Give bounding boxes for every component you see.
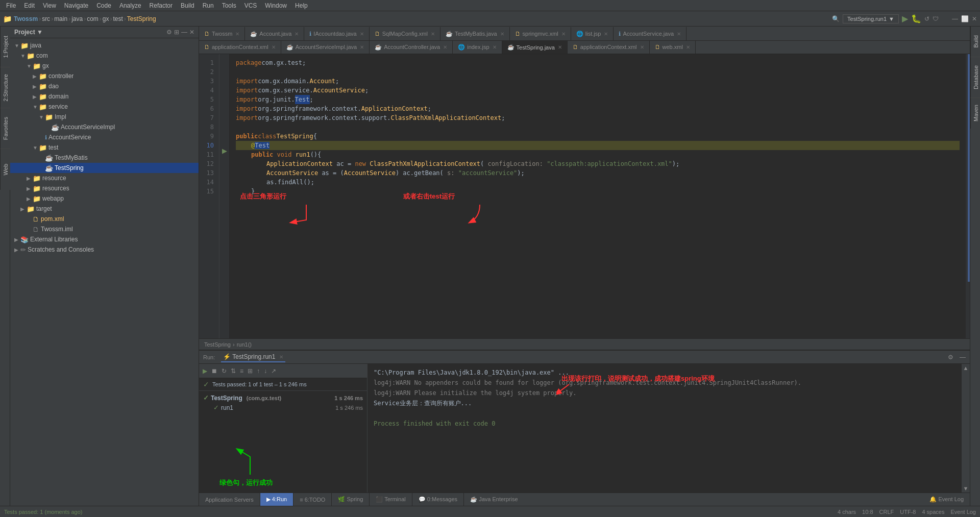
tab-close-icon[interactable]: ✕ xyxy=(686,44,690,50)
breadcrumb-src[interactable]: src xyxy=(42,15,50,22)
tab-sqlmapconfig[interactable]: 🗋 SqlMapConfig.xml ✕ xyxy=(370,27,440,40)
scroll-down-icon[interactable]: ▼ xyxy=(962,484,970,493)
tab-close-icon[interactable]: ✕ xyxy=(677,31,681,37)
tab-close-icon[interactable]: ✕ xyxy=(235,31,239,37)
panel-maven[interactable]: Maven xyxy=(970,98,980,129)
run-stop-btn[interactable]: ⏹ xyxy=(210,366,219,376)
run-down-btn[interactable]: ↓ xyxy=(262,366,268,376)
breadcrumb-twossm[interactable]: Twossm xyxy=(14,15,38,22)
panel-favorites[interactable]: Favorites xyxy=(0,108,10,149)
breadcrumb-gx[interactable]: gx xyxy=(103,15,109,22)
tab-close-icon[interactable]: ✕ xyxy=(295,31,299,37)
tab-close-icon[interactable]: ✕ xyxy=(279,354,283,360)
run-filter-btn[interactable]: ≡ xyxy=(238,366,245,376)
tab-app-servers[interactable]: Application Servers xyxy=(199,493,260,506)
tab-close-icon[interactable]: ✕ xyxy=(561,31,566,37)
run-sort-btn[interactable]: ⇅ xyxy=(229,366,237,376)
status-event-log[interactable]: Event Log xyxy=(950,509,976,515)
status-encoding[interactable]: UTF-8 xyxy=(900,509,916,515)
menu-file[interactable]: File xyxy=(2,2,20,9)
tree-item-dao[interactable]: ▶ 📁 dao xyxy=(10,81,199,91)
status-crlf[interactable]: CRLF xyxy=(879,509,894,515)
menu-run[interactable]: Run xyxy=(199,2,218,9)
window-close[interactable]: ✕ xyxy=(972,15,977,22)
menu-tools[interactable]: Tools xyxy=(218,2,240,9)
panel-2-structure[interactable]: 2:Structure xyxy=(0,67,10,108)
run-up-btn[interactable]: ↑ xyxy=(255,366,261,376)
tab-testmybatis[interactable]: ☕ TestMyBatis.java ✕ xyxy=(440,27,510,40)
tree-item-controller[interactable]: ▶ 📁 controller xyxy=(10,71,199,81)
search-everywhere-icon[interactable]: 🔍 xyxy=(832,15,840,22)
tab-iaccountdao[interactable]: ℹ IAccountdao.java ✕ xyxy=(304,27,369,40)
tab-webxml[interactable]: 🗋 web.xml ✕ xyxy=(650,41,696,54)
tree-item-resource[interactable]: ▶ 📁 resource xyxy=(10,173,199,183)
test-suite-item[interactable]: ✓ TestSpring (com.gx.test) 1 s 246 ms xyxy=(201,393,365,403)
tab-todo[interactable]: ≡ 6:TODO xyxy=(293,493,332,506)
code-area[interactable]: package com.gx.test; import com.gx.domai… xyxy=(230,54,966,338)
panel-build[interactable]: Build xyxy=(970,27,980,57)
tab-index-jsp[interactable]: 🌐 index.jsp ✕ xyxy=(453,41,502,54)
panel-gear-icon[interactable]: ⚙ xyxy=(166,29,172,36)
editor-scrollbar[interactable] xyxy=(966,54,970,338)
menu-navigate[interactable]: Navigate xyxy=(60,2,92,9)
panel-database[interactable]: Database xyxy=(970,57,980,98)
tab-close-icon[interactable]: ✕ xyxy=(558,44,562,50)
run-button[interactable]: ▶ xyxy=(902,14,908,23)
tab-spring[interactable]: 🌿 Spring xyxy=(332,493,370,506)
menu-view[interactable]: View xyxy=(39,2,60,9)
run-rerun-failed-btn[interactable]: ↻ xyxy=(220,366,228,376)
tree-item-iml[interactable]: 🗋 Twossm.iml xyxy=(10,224,199,234)
tab-close-icon[interactable]: ✕ xyxy=(493,44,497,50)
run-rerun-btn[interactable]: ▶ xyxy=(201,366,209,376)
panel-1-project[interactable]: 1:Project xyxy=(0,27,10,67)
breadcrumb-test[interactable]: test xyxy=(113,15,123,22)
tree-item-pom[interactable]: 🗋 pom.xml xyxy=(10,214,199,224)
menu-help[interactable]: Help xyxy=(291,2,312,9)
tab-run-active[interactable]: ▶ 4:Run xyxy=(260,493,293,506)
tab-close-icon[interactable]: ✕ xyxy=(443,44,447,50)
scroll-up-icon[interactable]: ▲ xyxy=(962,364,970,372)
tree-item-external-libraries[interactable]: ▶ 📚 External Libraries xyxy=(10,234,199,244)
tab-run-testspring[interactable]: ⚡ TestSpring.run1 ✕ xyxy=(221,352,285,362)
tab-springmvc[interactable]: 🗋 springmvc.xml ✕ xyxy=(510,27,571,40)
run-config-dropdown[interactable]: TestSpring.run1 ▼ xyxy=(843,14,899,23)
tree-item-impl[interactable]: ▼ 📁 Impl xyxy=(10,112,199,122)
rerun-button[interactable]: ↺ xyxy=(924,15,929,22)
debug-button[interactable]: 🐛 xyxy=(911,14,921,23)
tree-item-domain[interactable]: ▶ 📁 domain xyxy=(10,91,199,102)
menu-analyze[interactable]: Analyze xyxy=(115,2,145,9)
tree-item-resources[interactable]: ▶ 📁 resources xyxy=(10,183,199,193)
tab-appcontext2[interactable]: 🗋 applicationContext.xml ✕ xyxy=(568,41,650,54)
tree-item-scratches[interactable]: ▶ ✏ Scratches and Consoles xyxy=(10,244,199,255)
panel-close-icon[interactable]: ✕ xyxy=(189,29,194,36)
tab-testspring-active[interactable]: ☕ TestSpring.java ✕ xyxy=(502,41,568,54)
run-output[interactable]: "C:\Program Files\Java\jdk1.8.0_192\bin\… xyxy=(368,364,962,493)
tab-twossm[interactable]: 🗋 Twossm ✕ xyxy=(199,27,245,40)
tab-close-icon[interactable]: ✕ xyxy=(500,31,504,37)
tab-close-icon[interactable]: ✕ xyxy=(272,44,276,50)
tree-item-target[interactable]: ▶ 📁 target xyxy=(10,204,199,214)
breadcrumb-java[interactable]: java xyxy=(71,15,83,22)
tab-accountservice[interactable]: ℹ AccountService.java ✕ xyxy=(614,27,687,40)
tree-item-test-folder[interactable]: ▼ 📁 test xyxy=(10,142,199,153)
tab-list-jsp[interactable]: 🌐 list.jsp ✕ xyxy=(571,27,614,40)
tab-appcontext1[interactable]: 🗋 applicationContext.xml ✕ xyxy=(199,41,281,54)
status-indent[interactable]: 4 spaces xyxy=(922,509,944,515)
run-export-btn[interactable]: ↗ xyxy=(270,366,278,376)
tab-account[interactable]: ☕ Account.java ✕ xyxy=(245,27,304,40)
tab-event-log[interactable]: 🔔 Event Log xyxy=(923,493,970,506)
tab-close-icon[interactable]: ✕ xyxy=(604,31,608,37)
tree-item-service[interactable]: ▼ 📁 service xyxy=(10,102,199,112)
window-restore[interactable]: ⬜ xyxy=(961,15,969,22)
window-minimize[interactable]: — xyxy=(952,15,958,22)
breadcrumb-testspring[interactable]: TestSpring xyxy=(127,15,156,22)
tab-messages[interactable]: 💬 0:Messages xyxy=(412,493,464,506)
tree-item-testmybatis[interactable]: ☕ TestMyBatis xyxy=(10,153,199,163)
tree-item-testspring[interactable]: ☕ TestSpring xyxy=(10,163,199,173)
tab-java-enterprise[interactable]: ☕ Java Enterprise xyxy=(464,493,524,506)
panel-web[interactable]: Web xyxy=(0,149,10,190)
tab-accountserviceimpl[interactable]: ☕ AccountServiceImpl.java ✕ xyxy=(281,41,370,54)
menu-window[interactable]: Window xyxy=(261,2,291,9)
menu-vcs[interactable]: VCS xyxy=(240,2,261,9)
tab-close-icon[interactable]: ✕ xyxy=(640,44,644,50)
